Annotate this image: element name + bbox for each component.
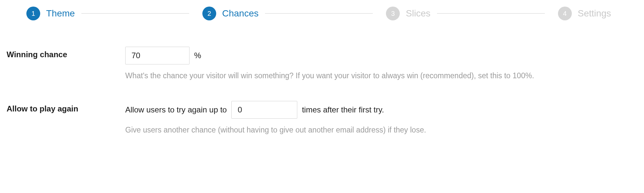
step-divider	[81, 13, 189, 14]
play-again-label: Allow to play again	[7, 101, 125, 113]
winning-chance-control: %	[125, 47, 637, 64]
step-theme-label: Theme	[46, 8, 75, 19]
wizard-stepper: 1 Theme 2 Chances 3 Slices 4 Settings	[7, 7, 637, 47]
step-settings[interactable]: 4 Settings	[545, 7, 618, 20]
winning-chance-label: Winning chance	[7, 47, 125, 59]
play-again-input[interactable]	[231, 101, 297, 119]
winning-chance-suffix: %	[194, 51, 201, 60]
step-slices[interactable]: 3 Slices	[373, 7, 437, 20]
step-chances-label: Chances	[222, 8, 259, 19]
step-chances-number: 2	[202, 7, 216, 20]
step-settings-number: 4	[558, 7, 572, 20]
play-again-suffix: times after their first try.	[302, 105, 384, 114]
step-chances[interactable]: 2 Chances	[189, 7, 265, 20]
step-settings-label: Settings	[578, 8, 611, 19]
step-theme[interactable]: 1 Theme	[26, 7, 81, 20]
row-play-again: Allow to play again Allow users to try a…	[7, 101, 637, 135]
play-again-control: Allow users to try again up to times aft…	[125, 101, 637, 119]
step-theme-number: 1	[26, 7, 40, 20]
step-divider	[265, 13, 373, 14]
step-slices-label: Slices	[406, 8, 430, 19]
winning-chance-description: What's the chance your visitor will win …	[125, 70, 613, 81]
winning-chance-input[interactable]	[125, 47, 190, 64]
step-divider	[437, 13, 545, 14]
play-again-description: Give users another chance (without havin…	[125, 125, 613, 135]
step-slices-number: 3	[386, 7, 400, 20]
winning-chance-body: % What's the chance your visitor will wi…	[125, 47, 637, 81]
play-again-body: Allow users to try again up to times aft…	[125, 101, 637, 135]
row-winning-chance: Winning chance % What's the chance your …	[7, 47, 637, 81]
play-again-prefix: Allow users to try again up to	[125, 105, 227, 114]
